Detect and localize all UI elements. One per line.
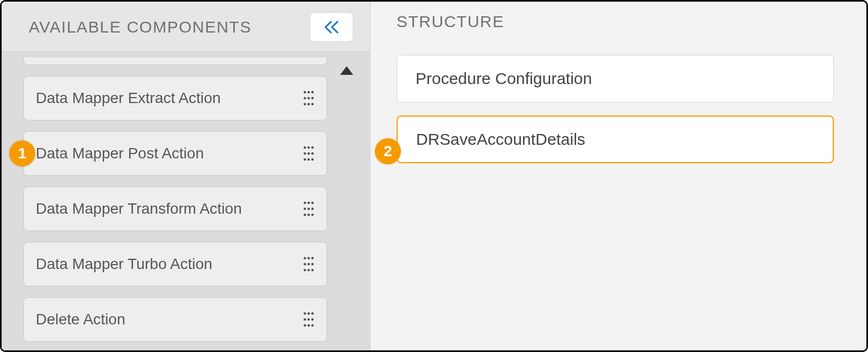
svg-point-37	[308, 312, 310, 315]
structure-title: STRUCTURE	[397, 12, 834, 31]
component-item-data-mapper-turbo[interactable]: Data Mapper Turbo Action	[23, 242, 327, 286]
left-header: AVAILABLE COMPONENTS	[2, 2, 369, 52]
svg-point-17	[311, 158, 314, 161]
svg-point-42	[304, 324, 307, 327]
component-item-delete-action[interactable]: Delete Action	[23, 297, 327, 342]
scroll-up-arrow-icon[interactable]	[340, 66, 353, 75]
component-item-data-mapper-extract[interactable]: Data Mapper Extract Action	[23, 76, 327, 120]
components-list: Data Mapper Extract Action Data Mapper P…	[2, 52, 369, 352]
drag-handle-icon[interactable]	[303, 89, 315, 107]
annotation-badge-1: 1	[9, 140, 35, 167]
svg-point-44	[311, 324, 314, 327]
svg-point-18	[304, 202, 307, 204]
component-item-label: Data Mapper Extract Action	[36, 89, 221, 107]
component-item-data-mapper-transform[interactable]: Data Mapper Transform Action	[23, 187, 327, 231]
annotation-badge-2: 2	[375, 138, 401, 164]
svg-point-26	[311, 214, 314, 216]
drag-handle-icon[interactable]	[303, 311, 315, 328]
drag-handle-icon[interactable]	[303, 200, 315, 217]
svg-point-16	[308, 158, 310, 161]
svg-point-24	[304, 214, 307, 216]
svg-point-29	[311, 257, 314, 260]
chevron-double-left-icon	[323, 21, 340, 34]
svg-point-13	[308, 152, 310, 155]
svg-point-34	[308, 269, 310, 272]
svg-point-2	[311, 91, 314, 94]
svg-point-36	[304, 312, 307, 315]
svg-point-33	[304, 269, 307, 272]
svg-point-31	[308, 263, 310, 266]
svg-point-9	[304, 146, 307, 149]
svg-point-30	[304, 263, 307, 266]
component-item-stub[interactable]	[23, 57, 327, 65]
svg-point-22	[308, 208, 310, 210]
app-frame: AVAILABLE COMPONENTS Data Mapper Extract…	[0, 0, 868, 352]
structure-item-label: DRSaveAccountDetails	[416, 130, 585, 149]
component-item-data-mapper-post[interactable]: Data Mapper Post Action	[23, 131, 327, 176]
drag-handle-icon[interactable]	[303, 255, 315, 273]
svg-point-0	[304, 91, 307, 94]
svg-point-12	[304, 152, 307, 155]
structure-item-drsaveaccountdetails[interactable]: DRSaveAccountDetails	[397, 116, 834, 163]
structure-item-procedure-configuration[interactable]: Procedure Configuration	[397, 55, 834, 103]
svg-point-21	[304, 208, 307, 210]
svg-point-14	[311, 152, 314, 155]
component-item-label: Data Mapper Turbo Action	[36, 255, 212, 273]
svg-point-38	[311, 312, 314, 315]
svg-point-41	[311, 318, 314, 321]
collapse-panel-button[interactable]	[310, 12, 353, 42]
drag-handle-icon[interactable]	[303, 145, 315, 162]
svg-point-1	[308, 91, 310, 94]
svg-point-39	[304, 318, 307, 321]
component-item-label: Data Mapper Post Action	[36, 145, 204, 162]
structure-item-label: Procedure Configuration	[416, 69, 592, 88]
available-components-title: AVAILABLE COMPONENTS	[29, 18, 252, 36]
svg-point-32	[311, 263, 314, 266]
svg-point-23	[311, 208, 314, 210]
svg-point-7	[308, 103, 310, 106]
svg-point-27	[304, 257, 307, 260]
component-item-label: Delete Action	[36, 311, 125, 328]
svg-point-4	[308, 97, 310, 100]
svg-point-11	[311, 146, 314, 149]
svg-point-40	[308, 318, 310, 321]
available-components-panel: AVAILABLE COMPONENTS Data Mapper Extract…	[2, 2, 371, 350]
svg-point-35	[311, 269, 314, 272]
structure-panel: STRUCTURE Procedure Configuration DRSave…	[371, 2, 866, 350]
svg-point-20	[311, 202, 314, 204]
svg-point-10	[308, 146, 310, 149]
svg-point-8	[311, 103, 314, 106]
svg-point-19	[308, 202, 310, 204]
component-item-label: Data Mapper Transform Action	[36, 200, 242, 217]
svg-point-28	[308, 257, 310, 260]
svg-point-3	[304, 97, 307, 100]
svg-point-43	[308, 324, 310, 327]
svg-point-15	[304, 158, 307, 161]
svg-point-25	[308, 214, 310, 216]
svg-point-6	[304, 103, 307, 106]
svg-point-5	[311, 97, 314, 100]
